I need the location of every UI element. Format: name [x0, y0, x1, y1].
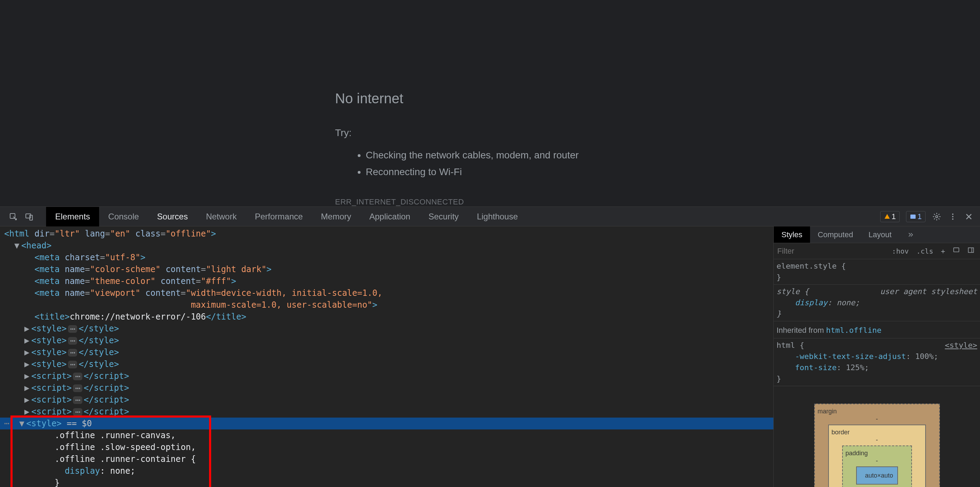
box-model[interactable]: margin - border - padding - auto×auto -: [814, 404, 940, 487]
tab-performance[interactable]: Performance: [246, 207, 312, 227]
tab-network[interactable]: Network: [197, 207, 246, 227]
tab-memory[interactable]: Memory: [312, 207, 361, 227]
dom-tree[interactable]: <html dir="ltr" lang="en" class="offline…: [0, 227, 773, 487]
info-badge[interactable]: 1: [906, 211, 926, 222]
new-rule-button[interactable]: +: [939, 247, 947, 255]
tab-elements[interactable]: Elements: [46, 207, 99, 227]
error-page: No internet Try: Checking the network ca…: [0, 0, 980, 206]
svg-rect-3: [910, 214, 915, 219]
close-icon[interactable]: [964, 212, 974, 222]
svg-rect-8: [954, 248, 959, 252]
tab-sources[interactable]: Sources: [148, 207, 197, 227]
svg-point-4: [935, 216, 938, 218]
settings-icon[interactable]: [932, 212, 942, 222]
sidebar-toggle-icon[interactable]: [965, 247, 977, 255]
styles-tabs: Styles Computed Layout: [774, 227, 980, 243]
tab-computed[interactable]: Computed: [810, 227, 861, 243]
tab-security[interactable]: Security: [420, 207, 468, 227]
styles-filter-bar: :hov .cls +: [774, 243, 980, 259]
tab-application[interactable]: Application: [360, 207, 419, 227]
cls-button[interactable]: .cls: [915, 247, 935, 255]
tab-lighthouse[interactable]: Lighthouse: [468, 207, 527, 227]
inspect-icon[interactable]: [8, 212, 18, 222]
tab-layout[interactable]: Layout: [861, 227, 899, 243]
more-icon[interactable]: [948, 212, 958, 222]
error-heading: No internet: [335, 91, 980, 106]
info-count: 1: [918, 212, 922, 221]
styles-filter-input[interactable]: [777, 247, 886, 256]
error-code: ERR_INTERNET_DISCONNECTED: [335, 197, 980, 206]
svg-point-6: [952, 216, 953, 217]
dom-selected-node: ⋯ ▼<style> == $0: [0, 417, 773, 430]
more-tabs-icon[interactable]: [899, 227, 922, 243]
suggestion-item: Checking the network cables, modem, and …: [366, 147, 980, 163]
device-toggle-icon[interactable]: [24, 212, 34, 222]
devtools-tabs: Elements Console Sources Network Perform…: [46, 207, 527, 227]
tab-styles[interactable]: Styles: [774, 227, 810, 243]
try-label: Try:: [335, 127, 980, 138]
svg-rect-9: [969, 248, 974, 252]
svg-point-5: [952, 214, 953, 215]
tab-console[interactable]: Console: [99, 207, 148, 227]
suggestions-list: Checking the network cables, modem, and …: [335, 147, 980, 180]
styles-body[interactable]: element.style { } style {user agent styl…: [774, 259, 980, 487]
devtools-toolbar: Elements Console Sources Network Perform…: [0, 207, 980, 227]
warnings-count: 1: [892, 212, 896, 221]
styles-panel: Styles Computed Layout :hov .cls + eleme…: [773, 227, 980, 487]
suggestion-item: Reconnecting to Wi-Fi: [366, 163, 980, 180]
hov-button[interactable]: :hov: [890, 247, 911, 255]
elements-panel: <html dir="ltr" lang="en" class="offline…: [0, 227, 773, 487]
devtools-panel: Elements Console Sources Network Perform…: [0, 206, 980, 487]
warnings-badge[interactable]: 1: [880, 211, 900, 222]
svg-point-7: [952, 218, 953, 220]
device-icon[interactable]: [951, 247, 962, 255]
